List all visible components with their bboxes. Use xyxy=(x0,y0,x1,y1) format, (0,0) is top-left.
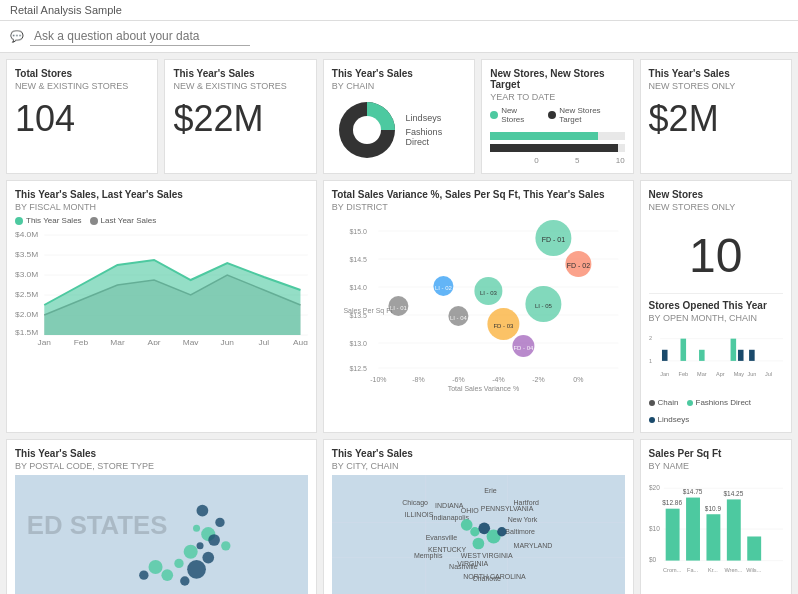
svg-text:Erie: Erie xyxy=(484,487,497,494)
svg-text:$14.75: $14.75 xyxy=(682,488,702,495)
qa-bar: 💬 xyxy=(0,21,798,53)
qa-input[interactable] xyxy=(30,27,250,46)
new-stores-bar-chart: 0 5 10 xyxy=(490,132,624,165)
svg-text:$13.0: $13.0 xyxy=(349,340,367,347)
this-years-sales-new-value: $22M xyxy=(173,99,307,139)
svg-text:LI - 02: LI - 02 xyxy=(435,285,453,291)
svg-text:INDIANA: INDIANA xyxy=(435,502,464,509)
fiscal-month-subtitle: BY FISCAL MONTH xyxy=(15,202,308,212)
legend-lindseys: Lindseys xyxy=(649,415,690,424)
svg-rect-134 xyxy=(686,498,700,561)
new-stores-target-title: New Stores, New Stores Target xyxy=(490,68,624,90)
svg-text:LI - 04: LI - 04 xyxy=(450,315,468,321)
svg-rect-62 xyxy=(662,350,668,361)
svg-text:Jan: Jan xyxy=(660,371,669,377)
legend-dot-fashions xyxy=(687,400,693,406)
sales-sqft-subtitle: BY NAME xyxy=(649,461,783,471)
city-chain-title: This Year's Sales xyxy=(332,448,625,459)
fiscal-month-card: This Year's Sales, Last Year's Sales BY … xyxy=(6,180,317,433)
dashboard: Total Stores NEW & EXISTING STORES 104 T… xyxy=(0,53,798,594)
variance-card: Total Sales Variance %, Sales Per Sq Ft,… xyxy=(323,180,634,433)
pie-label-fashions: Fashions Direct xyxy=(406,127,467,147)
bar-fill-new-stores xyxy=(490,132,598,140)
svg-rect-68 xyxy=(749,350,755,361)
svg-text:-6%: -6% xyxy=(452,376,464,383)
svg-rect-136 xyxy=(706,514,720,560)
variance-title: Total Sales Variance %, Sales Per Sq Ft,… xyxy=(332,189,625,200)
svg-point-82 xyxy=(193,525,200,532)
svg-point-120 xyxy=(461,519,473,531)
total-stores-card: Total Stores NEW & EXISTING STORES 104 xyxy=(6,59,158,174)
legend-chain-label: Chain xyxy=(658,398,679,407)
variance-subtitle: BY DISTRICT xyxy=(332,202,625,212)
svg-text:Jun: Jun xyxy=(221,338,235,345)
city-chain-map: Chicago Indianapolis Evansville Memphis … xyxy=(332,475,625,594)
new-stores-legend: New Stores New Stores Target xyxy=(490,106,624,124)
svg-text:ED STATES: ED STATES xyxy=(27,511,168,539)
svg-text:$14.0: $14.0 xyxy=(349,284,367,291)
svg-text:Feb: Feb xyxy=(74,338,89,345)
new-stores-title: New Stores xyxy=(649,189,783,200)
svg-text:WEST: WEST xyxy=(461,552,482,559)
svg-text:Baltimore: Baltimore xyxy=(505,528,535,535)
legend-fashions: Fashions Direct xyxy=(687,398,752,407)
svg-text:Jul: Jul xyxy=(259,338,270,345)
svg-text:PENNSYLVANIA: PENNSYLVANIA xyxy=(481,505,534,512)
svg-text:May: May xyxy=(733,371,744,377)
svg-text:$3.5M: $3.5M xyxy=(15,250,38,259)
postal-card: This Year's Sales BY POSTAL CODE, STORE … xyxy=(6,439,317,594)
svg-text:Apr: Apr xyxy=(716,371,725,377)
legend-last-year: Last Year Sales xyxy=(90,216,157,225)
svg-text:Jul: Jul xyxy=(765,371,772,377)
this-years-sales-new-only-title: This Year's Sales xyxy=(649,68,783,79)
svg-point-88 xyxy=(174,559,183,568)
svg-text:Wils...: Wils... xyxy=(746,567,762,573)
svg-point-80 xyxy=(215,518,224,527)
svg-point-90 xyxy=(161,569,173,581)
legend-new-stores-target: New Stores Target xyxy=(548,106,624,124)
city-chain-card: This Year's Sales BY CITY, CHAIN Chicago… xyxy=(323,439,634,594)
chat-icon: 💬 xyxy=(10,30,24,43)
svg-text:VIRGINIA: VIRGINIA xyxy=(482,552,513,559)
bar-row-2 xyxy=(490,144,624,152)
svg-text:FD - 03: FD - 03 xyxy=(493,323,514,329)
new-stores-card: New Stores NEW STORES ONLY 10 Stores Ope… xyxy=(640,180,792,433)
svg-point-125 xyxy=(472,538,484,550)
this-years-sales-new-only-subtitle: NEW STORES ONLY xyxy=(649,81,783,91)
svg-rect-138 xyxy=(726,499,740,560)
stores-opened-legend: Chain Fashions Direct Lindseys xyxy=(649,398,783,424)
svg-text:Wren...: Wren... xyxy=(724,567,742,573)
svg-text:Chicago: Chicago xyxy=(402,499,428,507)
new-stores-subtitle: NEW STORES ONLY xyxy=(649,202,783,212)
svg-point-92 xyxy=(149,560,163,574)
svg-text:LI - 05: LI - 05 xyxy=(535,303,553,309)
svg-point-121 xyxy=(470,527,479,536)
svg-rect-66 xyxy=(730,339,736,361)
this-years-sales-new-subtitle: NEW & EXISTING STORES xyxy=(173,81,307,91)
svg-text:Aug: Aug xyxy=(293,338,308,345)
svg-text:New York: New York xyxy=(507,516,537,523)
svg-point-85 xyxy=(197,542,204,549)
svg-text:$12.5: $12.5 xyxy=(349,365,367,372)
total-stores-value: 104 xyxy=(15,99,149,139)
pie-labels: Lindseys Fashions Direct xyxy=(406,113,467,147)
postal-subtitle: BY POSTAL CODE, STORE TYPE xyxy=(15,461,308,471)
svg-text:$1.5M: $1.5M xyxy=(15,328,38,337)
this-years-sales-new-title: This Year's Sales xyxy=(173,68,307,79)
legend-label-new-stores: New Stores xyxy=(501,106,542,124)
new-stores-target-card: New Stores, New Stores Target YEAR TO DA… xyxy=(481,59,633,174)
svg-text:$13.5: $13.5 xyxy=(349,312,367,319)
city-chain-map-svg: Chicago Indianapolis Evansville Memphis … xyxy=(332,475,625,594)
legend-dot-last-year xyxy=(90,217,98,225)
svg-text:Feb: Feb xyxy=(678,371,688,377)
svg-text:$12.86: $12.86 xyxy=(662,499,682,506)
svg-point-124 xyxy=(497,527,506,536)
stores-opened-chart: 2 1 Jan xyxy=(649,327,783,392)
legend-dot-this-year xyxy=(15,217,23,225)
svg-rect-140 xyxy=(747,536,761,560)
svg-text:$14.25: $14.25 xyxy=(723,490,743,497)
postal-map: ED STATES © 2016 HERE © 2016 Microsoft C… xyxy=(15,475,308,594)
this-years-sales-chain-subtitle: BY CHAIN xyxy=(332,81,466,91)
svg-point-87 xyxy=(202,552,214,564)
bar-axis: 0 5 10 xyxy=(534,156,624,165)
